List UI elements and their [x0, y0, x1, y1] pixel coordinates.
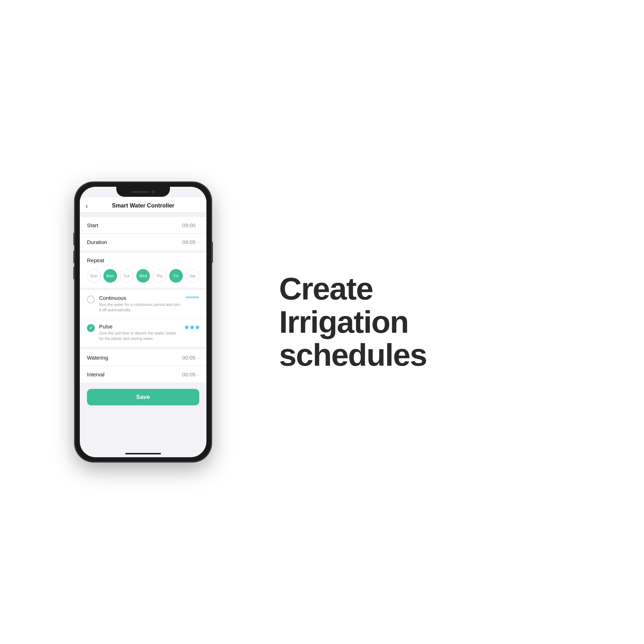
duration-label: Duration [87, 239, 107, 245]
app-screen: ‹ Smart Water Controller Start 09:00 › [80, 187, 206, 457]
interval-card: Interval 00:05 › [80, 366, 206, 382]
scroll-content[interactable]: Start 09:00 › Duration 09:05 [80, 213, 206, 457]
day-btn-thu[interactable]: Thu [153, 269, 166, 283]
marketing-section: Create Irrigation schedules [243, 0, 644, 644]
tagline: Create Irrigation schedules [279, 272, 426, 371]
interval-chevron-icon: › [198, 372, 199, 377]
continuous-icon [186, 296, 199, 298]
continuous-radio[interactable] [87, 296, 95, 303]
day-btn-fri[interactable]: Fri [169, 269, 183, 283]
back-button[interactable]: ‹ [86, 202, 88, 210]
notch-camera [152, 190, 155, 194]
nav-title: Smart Water Controller [112, 203, 175, 209]
continuous-title: Continuous [99, 295, 181, 301]
watering-card: Watering 00:05 › [80, 350, 206, 366]
duration-chevron-icon: › [198, 239, 199, 245]
mode-card: Continuous Run the water for a continuou… [80, 290, 206, 347]
home-indicator [125, 453, 161, 454]
interval-label: Interval [87, 371, 104, 377]
pulse-dot-3 [196, 326, 199, 329]
continuous-text: Continuous Run the water for a continuou… [99, 295, 181, 313]
pulse-icon [185, 326, 199, 329]
start-chevron-icon: › [198, 223, 199, 228]
pulse-dot-1 [185, 326, 189, 329]
interval-row[interactable]: Interval 00:05 › [80, 366, 206, 382]
start-value: 09:00 › [182, 222, 199, 228]
watering-row[interactable]: Watering 00:05 › [80, 350, 206, 366]
watering-value: 00:05 › [182, 355, 199, 361]
pulse-row[interactable]: Pulse Give the soil time to absorb the w… [80, 318, 206, 347]
tagline-line2: Irrigation [279, 306, 426, 338]
pulse-desc: Give the soil time to absorb the water, … [99, 331, 181, 342]
day-btn-tue[interactable]: Tue [120, 269, 133, 283]
pulse-dot-2 [190, 326, 194, 329]
day-btn-wed[interactable]: Wed [136, 269, 150, 283]
nav-bar: ‹ Smart Water Controller [80, 197, 206, 213]
start-card: Start 09:00 › [80, 217, 206, 233]
duration-value: 09:05 › [182, 239, 199, 245]
day-btn-sat[interactable]: Sat [186, 269, 199, 283]
pulse-radio[interactable] [87, 324, 95, 332]
interval-value: 00:05 › [182, 371, 199, 377]
pulse-text: Pulse Give the soil time to absorb the w… [99, 323, 181, 342]
start-label: Start [87, 222, 98, 228]
days-row: Sun Mon Tue Wed [80, 266, 206, 288]
pulse-title: Pulse [99, 323, 181, 330]
tagline-line1: Create [279, 272, 426, 305]
repeat-label: Repeat [80, 253, 206, 266]
continuous-desc: Run the water for a continuous period an… [99, 302, 181, 313]
duration-card: Duration 09:05 › [80, 234, 206, 250]
duration-row[interactable]: Duration 09:05 › [80, 234, 206, 250]
start-row[interactable]: Start 09:00 › [80, 217, 206, 233]
phone-screen: ‹ Smart Water Controller Start 09:00 › [80, 187, 206, 457]
notch-speaker [131, 191, 149, 193]
phone-notch [116, 187, 170, 197]
save-btn-wrapper: Save [80, 383, 206, 411]
day-btn-sun[interactable]: Sun [87, 269, 101, 283]
continuous-row[interactable]: Continuous Run the water for a continuou… [80, 290, 206, 318]
watering-label: Watering [87, 355, 108, 361]
day-btn-mon[interactable]: Mon [103, 269, 117, 283]
watering-chevron-icon: › [198, 355, 199, 360]
phone-mockup-container: ‹ Smart Water Controller Start 09:00 › [43, 0, 243, 644]
repeat-card: Repeat Sun Mon Tue [80, 253, 206, 288]
phone-shell: ‹ Smart Water Controller Start 09:00 › [75, 182, 211, 462]
tagline-line3: schedules [279, 338, 426, 371]
save-button[interactable]: Save [87, 389, 199, 405]
